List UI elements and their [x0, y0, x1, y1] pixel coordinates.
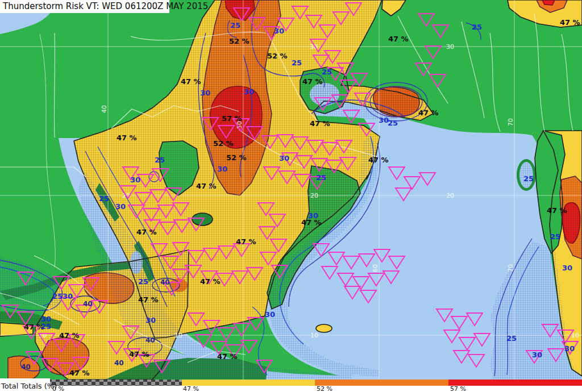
- latitude-label: 10: [571, 332, 579, 339]
- contour-label: 47 %: [560, 18, 580, 27]
- title-bar: Thunderstorm Risk VT: WED 061200Z MAY 20…: [0, 0, 208, 13]
- longitude-label: 70: [507, 118, 514, 126]
- contour-label: 30: [146, 316, 156, 324]
- contour-label: 25: [322, 68, 332, 76]
- contour-label: 30: [274, 27, 284, 35]
- contour-label: 30: [564, 344, 575, 353]
- contour-label: 30: [379, 116, 389, 124]
- legend: 0 %47 %52 %57 % Total Totals (%): [0, 378, 582, 392]
- contour-label: 30: [130, 176, 140, 184]
- contour-label: 47 %: [59, 331, 80, 340]
- contour-label: 47 %: [236, 237, 256, 246]
- legend-tick-label: 47 %: [183, 385, 199, 392]
- legend-segment: [315, 380, 448, 386]
- contour-label: 40: [160, 278, 170, 286]
- contour-label: 30: [532, 351, 542, 359]
- contour-label: 47 %: [196, 182, 217, 190]
- contour-label: 25: [550, 232, 560, 241]
- contour-label: 30: [265, 310, 275, 319]
- contour-label: 47 %: [302, 77, 323, 86]
- contour-label: 47 %: [136, 228, 157, 236]
- legend-tick-label: 52 %: [317, 385, 332, 392]
- contour-label: 47 %: [418, 109, 439, 117]
- contour-label: 52 %: [213, 139, 234, 148]
- contour-label: 25: [472, 23, 482, 31]
- contour-label: 25: [388, 119, 398, 127]
- contour-label: 30: [562, 264, 572, 272]
- contour-label: 25: [506, 334, 517, 343]
- contour-label: 30: [244, 87, 254, 96]
- contour-label: 40: [21, 363, 31, 371]
- contour-label: 30: [63, 292, 73, 301]
- contour-label: 57 %: [222, 114, 242, 123]
- contour-label: 47 %: [117, 134, 137, 142]
- contour-label: 25: [230, 21, 240, 30]
- latitude-label: 10: [310, 332, 318, 339]
- legend-segment: [448, 380, 582, 386]
- contour-label: 40: [114, 359, 124, 367]
- contour-label: 47 %: [200, 277, 221, 286]
- latitude-label: 20: [310, 192, 318, 199]
- contour-label: 25: [138, 277, 148, 286]
- contour-label: 30: [200, 89, 210, 97]
- longitude-label: 70: [507, 264, 514, 272]
- contour-label: 47 %: [129, 350, 149, 358]
- contour-label: 52 %: [229, 37, 250, 45]
- legend-segment: [50, 380, 182, 386]
- latitude-label: 10: [174, 332, 182, 339]
- contour-label: 25: [41, 322, 51, 331]
- page-title: Thunderstorm Risk VT: WED 061200Z MAY 20…: [2, 1, 208, 11]
- contour-label: 52 %: [267, 52, 288, 60]
- contour-label: 25: [99, 194, 109, 203]
- contour-label: 47 %: [547, 206, 567, 215]
- legend-colorbar: [50, 380, 582, 386]
- contour-label: 25: [523, 174, 534, 183]
- longitude-label: 40: [101, 105, 108, 113]
- contour-label: 25: [316, 173, 326, 182]
- contour-label: 47 %: [217, 352, 238, 361]
- latitude-label: 20: [446, 192, 454, 199]
- contour-label: 30: [115, 202, 126, 211]
- contour-label: 30: [217, 165, 227, 173]
- contour-label: 47 %: [181, 77, 201, 86]
- contour-label: 30: [279, 154, 289, 162]
- contour-label: 47 %: [368, 156, 389, 164]
- latitude-label: 30: [446, 43, 454, 51]
- contour-label: 30: [41, 315, 51, 323]
- contour-label: 25: [155, 156, 165, 164]
- map-canvas: 3030202020101010104050607070 47 %47 %52 …: [0, 0, 582, 392]
- contour-label: 52 %: [226, 153, 247, 162]
- contour-label: 30: [308, 211, 318, 220]
- weather-map-window: 3030202020101010104050607070 47 %47 %52 …: [0, 0, 582, 392]
- contour-label: 25: [52, 292, 63, 301]
- legend-tick-label: 57 %: [450, 385, 466, 392]
- contour-label: 40: [83, 300, 93, 308]
- legend-segment: [182, 380, 315, 386]
- longitude-label: 60: [372, 264, 379, 272]
- contour-label: 47 %: [69, 369, 90, 377]
- contour-label: 40: [146, 336, 155, 344]
- contour-label: 47 %: [388, 35, 409, 43]
- legend-tick-background: [50, 386, 582, 392]
- contour-label: 47 %: [138, 295, 159, 304]
- contour-label: 47 %: [310, 119, 330, 128]
- legend-title: Total Totals (%): [1, 382, 57, 390]
- contour-label: 25: [292, 59, 302, 67]
